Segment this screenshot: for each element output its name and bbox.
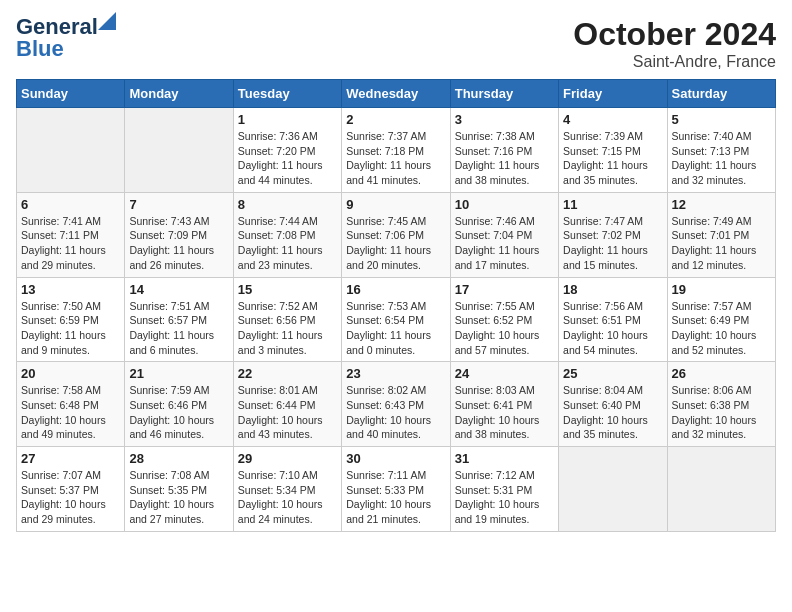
day-number: 2 xyxy=(346,112,445,127)
day-cell: 23Sunrise: 8:02 AM Sunset: 6:43 PM Dayli… xyxy=(342,362,450,447)
page-header: General Blue October 2024 Saint-Andre, F… xyxy=(16,16,776,71)
day-cell: 12Sunrise: 7:49 AM Sunset: 7:01 PM Dayli… xyxy=(667,192,775,277)
day-info: Sunrise: 8:06 AM Sunset: 6:38 PM Dayligh… xyxy=(672,383,771,442)
day-cell: 20Sunrise: 7:58 AM Sunset: 6:48 PM Dayli… xyxy=(17,362,125,447)
day-info: Sunrise: 7:11 AM Sunset: 5:33 PM Dayligh… xyxy=(346,468,445,527)
week-row-1: 1Sunrise: 7:36 AM Sunset: 7:20 PM Daylig… xyxy=(17,108,776,193)
day-info: Sunrise: 7:44 AM Sunset: 7:08 PM Dayligh… xyxy=(238,214,337,273)
day-number: 11 xyxy=(563,197,662,212)
day-info: Sunrise: 7:46 AM Sunset: 7:04 PM Dayligh… xyxy=(455,214,554,273)
day-cell: 10Sunrise: 7:46 AM Sunset: 7:04 PM Dayli… xyxy=(450,192,558,277)
day-cell: 22Sunrise: 8:01 AM Sunset: 6:44 PM Dayli… xyxy=(233,362,341,447)
page-subtitle: Saint-Andre, France xyxy=(573,53,776,71)
day-number: 24 xyxy=(455,366,554,381)
day-info: Sunrise: 7:08 AM Sunset: 5:35 PM Dayligh… xyxy=(129,468,228,527)
logo-triangle-icon xyxy=(98,12,116,30)
day-cell: 14Sunrise: 7:51 AM Sunset: 6:57 PM Dayli… xyxy=(125,277,233,362)
header-friday: Friday xyxy=(559,80,667,108)
day-info: Sunrise: 7:55 AM Sunset: 6:52 PM Dayligh… xyxy=(455,299,554,358)
day-number: 26 xyxy=(672,366,771,381)
header-monday: Monday xyxy=(125,80,233,108)
day-info: Sunrise: 7:47 AM Sunset: 7:02 PM Dayligh… xyxy=(563,214,662,273)
day-cell: 3Sunrise: 7:38 AM Sunset: 7:16 PM Daylig… xyxy=(450,108,558,193)
day-cell: 9Sunrise: 7:45 AM Sunset: 7:06 PM Daylig… xyxy=(342,192,450,277)
day-info: Sunrise: 7:07 AM Sunset: 5:37 PM Dayligh… xyxy=(21,468,120,527)
day-number: 27 xyxy=(21,451,120,466)
day-info: Sunrise: 7:43 AM Sunset: 7:09 PM Dayligh… xyxy=(129,214,228,273)
day-info: Sunrise: 7:59 AM Sunset: 6:46 PM Dayligh… xyxy=(129,383,228,442)
title-block: October 2024 Saint-Andre, France xyxy=(573,16,776,71)
day-cell: 18Sunrise: 7:56 AM Sunset: 6:51 PM Dayli… xyxy=(559,277,667,362)
day-info: Sunrise: 8:01 AM Sunset: 6:44 PM Dayligh… xyxy=(238,383,337,442)
day-cell: 8Sunrise: 7:44 AM Sunset: 7:08 PM Daylig… xyxy=(233,192,341,277)
day-cell: 5Sunrise: 7:40 AM Sunset: 7:13 PM Daylig… xyxy=(667,108,775,193)
day-cell: 21Sunrise: 7:59 AM Sunset: 6:46 PM Dayli… xyxy=(125,362,233,447)
day-cell: 11Sunrise: 7:47 AM Sunset: 7:02 PM Dayli… xyxy=(559,192,667,277)
day-number: 21 xyxy=(129,366,228,381)
header-tuesday: Tuesday xyxy=(233,80,341,108)
day-cell: 2Sunrise: 7:37 AM Sunset: 7:18 PM Daylig… xyxy=(342,108,450,193)
day-cell xyxy=(667,447,775,532)
day-number: 15 xyxy=(238,282,337,297)
day-cell xyxy=(125,108,233,193)
day-info: Sunrise: 7:10 AM Sunset: 5:34 PM Dayligh… xyxy=(238,468,337,527)
day-cell: 13Sunrise: 7:50 AM Sunset: 6:59 PM Dayli… xyxy=(17,277,125,362)
day-number: 9 xyxy=(346,197,445,212)
day-number: 19 xyxy=(672,282,771,297)
day-info: Sunrise: 7:41 AM Sunset: 7:11 PM Dayligh… xyxy=(21,214,120,273)
day-number: 22 xyxy=(238,366,337,381)
day-info: Sunrise: 7:12 AM Sunset: 5:31 PM Dayligh… xyxy=(455,468,554,527)
day-cell: 26Sunrise: 8:06 AM Sunset: 6:38 PM Dayli… xyxy=(667,362,775,447)
day-cell: 29Sunrise: 7:10 AM Sunset: 5:34 PM Dayli… xyxy=(233,447,341,532)
logo-general: General xyxy=(16,16,98,38)
day-cell: 24Sunrise: 8:03 AM Sunset: 6:41 PM Dayli… xyxy=(450,362,558,447)
day-number: 18 xyxy=(563,282,662,297)
day-number: 31 xyxy=(455,451,554,466)
day-number: 12 xyxy=(672,197,771,212)
day-info: Sunrise: 8:04 AM Sunset: 6:40 PM Dayligh… xyxy=(563,383,662,442)
day-info: Sunrise: 7:39 AM Sunset: 7:15 PM Dayligh… xyxy=(563,129,662,188)
day-number: 29 xyxy=(238,451,337,466)
day-cell xyxy=(559,447,667,532)
logo-blue: Blue xyxy=(16,38,64,60)
day-cell: 27Sunrise: 7:07 AM Sunset: 5:37 PM Dayli… xyxy=(17,447,125,532)
day-number: 17 xyxy=(455,282,554,297)
day-cell: 30Sunrise: 7:11 AM Sunset: 5:33 PM Dayli… xyxy=(342,447,450,532)
day-info: Sunrise: 8:02 AM Sunset: 6:43 PM Dayligh… xyxy=(346,383,445,442)
week-row-4: 20Sunrise: 7:58 AM Sunset: 6:48 PM Dayli… xyxy=(17,362,776,447)
page-title: October 2024 xyxy=(573,16,776,53)
day-cell: 28Sunrise: 7:08 AM Sunset: 5:35 PM Dayli… xyxy=(125,447,233,532)
day-number: 20 xyxy=(21,366,120,381)
day-cell: 17Sunrise: 7:55 AM Sunset: 6:52 PM Dayli… xyxy=(450,277,558,362)
day-number: 28 xyxy=(129,451,228,466)
day-number: 10 xyxy=(455,197,554,212)
day-cell: 25Sunrise: 8:04 AM Sunset: 6:40 PM Dayli… xyxy=(559,362,667,447)
day-cell: 31Sunrise: 7:12 AM Sunset: 5:31 PM Dayli… xyxy=(450,447,558,532)
day-number: 14 xyxy=(129,282,228,297)
logo: General Blue xyxy=(16,16,98,60)
week-row-2: 6Sunrise: 7:41 AM Sunset: 7:11 PM Daylig… xyxy=(17,192,776,277)
day-info: Sunrise: 7:52 AM Sunset: 6:56 PM Dayligh… xyxy=(238,299,337,358)
header-wednesday: Wednesday xyxy=(342,80,450,108)
day-number: 5 xyxy=(672,112,771,127)
day-number: 30 xyxy=(346,451,445,466)
day-info: Sunrise: 7:40 AM Sunset: 7:13 PM Dayligh… xyxy=(672,129,771,188)
day-info: Sunrise: 7:36 AM Sunset: 7:20 PM Dayligh… xyxy=(238,129,337,188)
day-number: 16 xyxy=(346,282,445,297)
week-row-3: 13Sunrise: 7:50 AM Sunset: 6:59 PM Dayli… xyxy=(17,277,776,362)
calendar-table: SundayMondayTuesdayWednesdayThursdayFrid… xyxy=(16,79,776,532)
day-info: Sunrise: 7:49 AM Sunset: 7:01 PM Dayligh… xyxy=(672,214,771,273)
day-info: Sunrise: 7:37 AM Sunset: 7:18 PM Dayligh… xyxy=(346,129,445,188)
day-number: 4 xyxy=(563,112,662,127)
day-cell: 7Sunrise: 7:43 AM Sunset: 7:09 PM Daylig… xyxy=(125,192,233,277)
day-info: Sunrise: 7:53 AM Sunset: 6:54 PM Dayligh… xyxy=(346,299,445,358)
day-info: Sunrise: 8:03 AM Sunset: 6:41 PM Dayligh… xyxy=(455,383,554,442)
day-info: Sunrise: 7:38 AM Sunset: 7:16 PM Dayligh… xyxy=(455,129,554,188)
day-cell: 15Sunrise: 7:52 AM Sunset: 6:56 PM Dayli… xyxy=(233,277,341,362)
day-cell: 4Sunrise: 7:39 AM Sunset: 7:15 PM Daylig… xyxy=(559,108,667,193)
day-cell: 16Sunrise: 7:53 AM Sunset: 6:54 PM Dayli… xyxy=(342,277,450,362)
day-info: Sunrise: 7:58 AM Sunset: 6:48 PM Dayligh… xyxy=(21,383,120,442)
day-number: 25 xyxy=(563,366,662,381)
day-info: Sunrise: 7:45 AM Sunset: 7:06 PM Dayligh… xyxy=(346,214,445,273)
day-number: 13 xyxy=(21,282,120,297)
